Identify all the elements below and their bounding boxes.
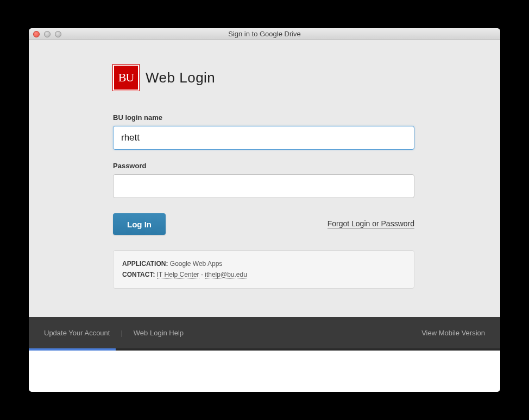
info-app-label: APPLICATION: bbox=[122, 260, 168, 268]
page-title: Web Login bbox=[146, 69, 215, 86]
info-contact-sep: - bbox=[199, 271, 205, 278]
footer-left: Update Your Account | Web Login Help bbox=[44, 329, 184, 337]
info-app-value: Google Web Apps bbox=[170, 260, 223, 268]
login-form: BU Web Login BU login name Password Log … bbox=[113, 65, 414, 289]
forgot-password-link[interactable]: Forgot Login or Password bbox=[328, 219, 414, 229]
content-area: BU Web Login BU login name Password Log … bbox=[29, 40, 500, 392]
username-label: BU login name bbox=[113, 113, 414, 122]
close-window-button[interactable] bbox=[33, 31, 40, 37]
footer-divider: | bbox=[121, 329, 122, 337]
header-row: BU Web Login bbox=[113, 65, 414, 91]
info-application-row: APPLICATION: Google Web Apps bbox=[122, 258, 405, 269]
info-contact-link[interactable]: IT Help Center bbox=[157, 271, 199, 279]
info-contact-row: CONTACT: IT Help Center - ithelp@bu.edu bbox=[122, 269, 405, 280]
login-button[interactable]: Log In bbox=[113, 213, 166, 235]
web-login-help-link[interactable]: Web Login Help bbox=[134, 329, 184, 337]
bu-logo-icon: BU bbox=[113, 65, 139, 91]
username-field-group: BU login name bbox=[113, 113, 414, 150]
footer-bar: Update Your Account | Web Login Help Vie… bbox=[29, 317, 500, 348]
action-row: Log In Forgot Login or Password bbox=[113, 213, 414, 235]
window-titlebar: Sign in to Google Drive bbox=[29, 28, 500, 40]
main-panel: BU Web Login BU login name Password Log … bbox=[29, 40, 500, 317]
maximize-window-button[interactable] bbox=[55, 31, 61, 37]
application-info-box: APPLICATION: Google Web Apps CONTACT: IT… bbox=[113, 250, 414, 289]
window-controls bbox=[29, 31, 61, 37]
update-account-link[interactable]: Update Your Account bbox=[44, 329, 110, 337]
progress-bar bbox=[29, 348, 116, 351]
info-contact-email[interactable]: ithelp@bu.edu bbox=[205, 271, 247, 279]
window-title: Sign in to Google Drive bbox=[29, 30, 500, 38]
password-field-group: Password bbox=[113, 162, 414, 198]
app-window: Sign in to Google Drive BU Web Login BU … bbox=[29, 28, 500, 392]
password-input[interactable] bbox=[113, 174, 414, 198]
info-contact-label: CONTACT: bbox=[122, 271, 155, 278]
minimize-window-button[interactable] bbox=[44, 31, 51, 37]
password-label: Password bbox=[113, 162, 414, 170]
progress-area bbox=[29, 348, 500, 392]
view-mobile-version-link[interactable]: View Mobile Version bbox=[421, 329, 485, 337]
username-input[interactable] bbox=[113, 126, 414, 150]
